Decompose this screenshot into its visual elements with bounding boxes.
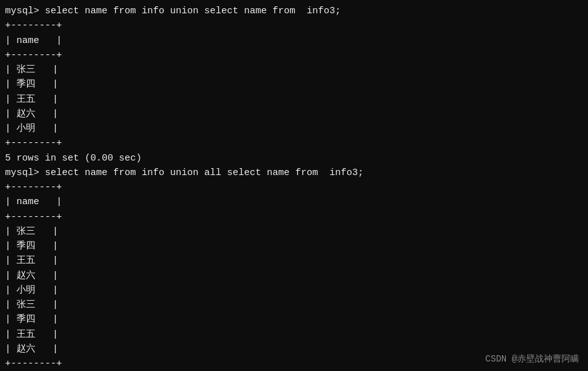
terminal-line: | 王五 | bbox=[5, 92, 583, 107]
terminal-line: | 季四 | bbox=[5, 239, 583, 253]
terminal-line: +--------+ bbox=[5, 18, 583, 33]
terminal-line: mysql> select name from info union all s… bbox=[5, 166, 583, 180]
terminal-line: | 赵六 | bbox=[5, 107, 583, 121]
terminal-line: | name | bbox=[5, 195, 583, 209]
terminal-line: +--------+ bbox=[5, 48, 583, 63]
terminal-line: | 季四 | bbox=[5, 312, 583, 327]
terminal-line: | 王五 | bbox=[5, 253, 583, 268]
terminal-line: +--------+ bbox=[5, 136, 583, 150]
terminal-line: mysql> select name from info union selec… bbox=[5, 4, 583, 18]
terminal-line: | 张三 | bbox=[5, 63, 583, 77]
terminal-line: +--------+ bbox=[5, 210, 583, 224]
terminal-line: | 季四 | bbox=[5, 77, 583, 92]
terminal-line: | 张三 | bbox=[5, 224, 583, 239]
terminal-line: | name | bbox=[5, 33, 583, 48]
terminal-line: | 王五 | bbox=[5, 327, 583, 342]
terminal-line: 5 rows in set (0.00 sec) bbox=[5, 151, 583, 166]
terminal-line: | 赵六 | bbox=[5, 269, 583, 283]
watermark: CSDN @赤壁战神曹阿瞒 bbox=[486, 353, 579, 365]
terminal-line: | 小明 | bbox=[5, 121, 583, 136]
terminal-line: | 小明 | bbox=[5, 283, 583, 298]
terminal-line: | 张三 | bbox=[5, 298, 583, 312]
terminal-window: mysql> select name from info union selec… bbox=[0, 0, 588, 371]
terminal-line: +--------+ bbox=[5, 180, 583, 195]
